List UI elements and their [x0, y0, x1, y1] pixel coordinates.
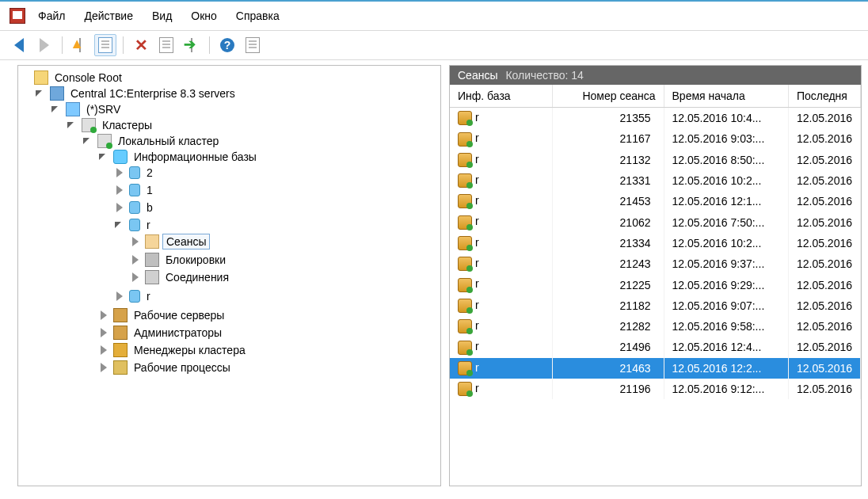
- tree-node-clusters[interactable]: Кластеры: [67, 118, 439, 132]
- tree-node-locks[interactable]: Блокировки: [131, 253, 439, 267]
- tree-node-console-root[interactable]: Console Root: [20, 70, 439, 85]
- work-processes-icon: [113, 360, 128, 375]
- user-session-icon: [458, 299, 472, 313]
- col-infobase[interactable]: Инф. база: [450, 85, 553, 108]
- cell-last: 12.05.2016: [788, 108, 860, 129]
- sessions-icon: [145, 234, 159, 249]
- table-row[interactable]: r2116712.05.2016 9:03:...12.05.2016: [450, 128, 861, 149]
- table-row[interactable]: r2106212.05.2016 7:50:...12.05.2016: [450, 211, 861, 232]
- col-last[interactable]: Последня: [788, 85, 860, 108]
- table-row[interactable]: r2118212.05.2016 9:07:...12.05.2016: [450, 295, 861, 316]
- work-servers-icon: [113, 308, 128, 322]
- user-session-icon: [458, 194, 472, 208]
- cell-infobase: r: [450, 233, 553, 253]
- properties-button[interactable]: [155, 34, 177, 56]
- tree-node-db-r[interactable]: r: [115, 218, 439, 232]
- menu-file[interactable]: Файл: [32, 8, 71, 24]
- list-header: Сеансы Количество: 14: [450, 66, 861, 85]
- tree-label: Менеджеры кластера: [131, 343, 249, 357]
- cell-last: 12.05.2016: [788, 150, 860, 170]
- user-session-icon: [458, 278, 472, 292]
- settings-button[interactable]: [242, 34, 264, 56]
- delete-button[interactable]: ✕: [130, 34, 152, 56]
- help-icon: ?: [220, 38, 234, 52]
- database-icon: [129, 219, 140, 231]
- menu-action[interactable]: Действие: [78, 8, 139, 24]
- admins-icon: [113, 326, 128, 340]
- tree-label: Рабочие серверы: [131, 308, 227, 322]
- export-button[interactable]: ➔: [181, 34, 203, 56]
- table-row[interactable]: r2122512.05.2016 9:29:...12.05.2016: [450, 274, 861, 295]
- properties-icon: [159, 37, 173, 53]
- table-scroll[interactable]: Инф. база Номер сеанса Время начала Посл…: [450, 85, 861, 486]
- user-session-icon: [458, 257, 472, 271]
- cell-infobase: r: [450, 274, 553, 295]
- menu-window[interactable]: Окно: [185, 8, 223, 24]
- cell-session-no: 21355: [553, 108, 664, 129]
- cell-last: 12.05.2016: [788, 379, 860, 399]
- cell-start-time: 12.05.2016 9:29:...: [664, 274, 788, 295]
- tree-label: Сеансы: [162, 234, 210, 250]
- tree-node-db-1[interactable]: 1: [115, 183, 439, 197]
- show-tree-button[interactable]: [94, 34, 116, 56]
- clusters-icon: [82, 118, 96, 132]
- database-icon: [129, 290, 140, 303]
- cell-last: 12.05.2016: [788, 295, 860, 316]
- tree-label: 1: [143, 183, 156, 197]
- tree-node-infobases[interactable]: Информационные базы: [99, 150, 439, 164]
- table-row[interactable]: r2124312.05.2016 9:37:...12.05.2016: [450, 253, 861, 274]
- table-row[interactable]: r2135512.05.2016 10:4...12.05.2016: [450, 108, 861, 129]
- col-session-no[interactable]: Номер сеанса: [553, 85, 664, 108]
- table-row[interactable]: r2145312.05.2016 12:1...12.05.2016: [450, 191, 861, 211]
- tree-node-local-cluster[interactable]: Локальный кластер: [83, 134, 439, 148]
- database-icon: [129, 166, 140, 179]
- tree-label: Central 1C:Enterprise 8.3 servers: [67, 86, 238, 101]
- tree-node-sessions[interactable]: Сеансы: [131, 234, 439, 250]
- tree-node-work-processes[interactable]: Рабочие процессы: [99, 360, 439, 375]
- delete-icon: ✕: [135, 37, 148, 53]
- tree-node-db-b[interactable]: b: [115, 200, 439, 215]
- tree-label: 2: [143, 166, 156, 180]
- tree-label: b: [143, 200, 156, 215]
- user-session-icon: [458, 319, 472, 333]
- tree-panel[interactable]: Console Root Central 1C:Enterprise 8.3 s…: [17, 65, 441, 486]
- table-row[interactable]: r2133112.05.2016 10:2...12.05.2016: [450, 170, 861, 191]
- tree-node-cluster-managers[interactable]: Менеджеры кластера: [99, 343, 439, 357]
- tree-node-host[interactable]: (*)SRV: [51, 102, 439, 116]
- table-row[interactable]: r2146312.05.2016 12:2...12.05.2016: [450, 358, 861, 379]
- cell-start-time: 12.05.2016 10:4...: [664, 108, 788, 129]
- tree-node-central-servers[interactable]: Central 1C:Enterprise 8.3 servers: [36, 86, 439, 101]
- tree-node-db-r2[interactable]: r: [115, 289, 439, 303]
- help-button[interactable]: ?: [216, 34, 238, 56]
- cell-last: 12.05.2016: [788, 316, 860, 337]
- up-button[interactable]: ▲: [69, 34, 91, 56]
- cell-session-no: 21496: [553, 337, 664, 357]
- table-row[interactable]: r2128212.05.2016 9:58:...12.05.2016: [450, 316, 861, 337]
- tree-node-db-2[interactable]: 2: [115, 166, 439, 180]
- database-icon: [129, 201, 140, 214]
- table-row[interactable]: r2149612.05.2016 12:4...12.05.2016: [450, 337, 861, 357]
- tree-node-connections[interactable]: Соединения: [131, 270, 439, 284]
- cell-infobase: r: [450, 295, 553, 316]
- tree-node-admins[interactable]: Администраторы: [99, 326, 439, 340]
- table-row[interactable]: r2133412.05.2016 10:2...12.05.2016: [450, 233, 861, 253]
- menu-help[interactable]: Справка: [230, 8, 286, 24]
- cell-last: 12.05.2016: [788, 128, 860, 149]
- table-row[interactable]: r2119612.05.2016 9:12:...12.05.2016: [450, 379, 861, 399]
- menu-view[interactable]: Вид: [146, 8, 178, 24]
- table-row[interactable]: r2113212.05.2016 8:50:...12.05.2016: [450, 150, 861, 170]
- cell-start-time: 12.05.2016 12:2...: [664, 358, 788, 379]
- tree-label: Информационные базы: [131, 150, 260, 164]
- col-start-time[interactable]: Время начала: [664, 85, 788, 108]
- nav-back-button[interactable]: [8, 34, 30, 56]
- cell-infobase: r: [450, 150, 553, 170]
- user-session-icon: [458, 153, 472, 167]
- cell-session-no: 21334: [553, 233, 664, 253]
- list-panel: Сеансы Количество: 14 Инф. база Номер се…: [449, 65, 862, 486]
- cell-infobase: r: [450, 191, 553, 211]
- user-session-icon: [458, 132, 472, 147]
- nav-forward-button[interactable]: [33, 34, 55, 56]
- tree-node-work-servers[interactable]: Рабочие серверы: [99, 308, 439, 322]
- user-session-icon: [458, 173, 472, 188]
- toolbar-separator: [62, 36, 63, 54]
